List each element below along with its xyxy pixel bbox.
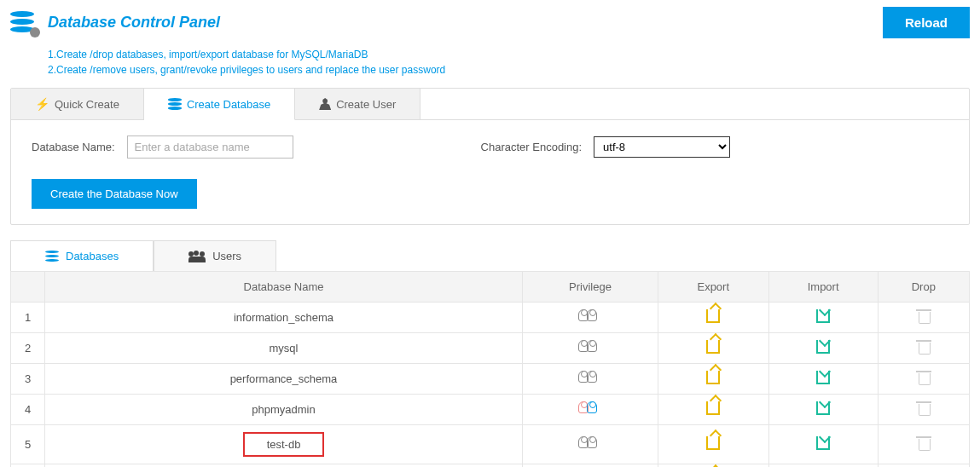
table-row: 2mysql — [11, 333, 970, 364]
import-icon[interactable] — [816, 340, 830, 354]
drop-icon[interactable] — [918, 401, 930, 415]
import-icon[interactable] — [816, 371, 830, 384]
drop-icon[interactable] — [918, 309, 930, 323]
export-icon[interactable] — [706, 401, 720, 415]
tab-quick-create[interactable]: ⚡ Quick Create — [11, 89, 144, 119]
table-row: 1information_schema — [11, 303, 970, 333]
row-index: 2 — [11, 333, 45, 364]
users-icon — [188, 251, 206, 262]
col-import: Import — [768, 272, 878, 303]
database-small-icon — [168, 98, 182, 110]
col-drop: Drop — [878, 272, 969, 303]
table-row: 5test-db — [11, 425, 970, 464]
user-icon — [319, 98, 331, 110]
databases-table: Database Name Privilege Export Import Dr… — [10, 271, 970, 467]
databases-icon — [45, 251, 59, 262]
top-tabs: ⚡ Quick Create Create Database Create Us… — [11, 89, 969, 120]
export-icon[interactable] — [706, 309, 720, 323]
table-row: 4phpmyadmin — [11, 395, 970, 425]
create-panel: ⚡ Quick Create Create Database Create Us… — [10, 88, 970, 225]
import-icon[interactable] — [816, 309, 830, 323]
privilege-icon[interactable] — [578, 436, 602, 450]
reload-button[interactable]: Reload — [883, 7, 970, 38]
description-line-2: 2.Create /remove users, grant/revoke pri… — [48, 62, 980, 78]
db-name-highlighted: test-db — [243, 432, 325, 457]
row-name-cell: phpmyadmin — [45, 395, 523, 425]
tab-users[interactable]: Users — [154, 240, 276, 271]
row-index: 3 — [11, 364, 45, 395]
description: 1.Create /drop databases, import/export … — [0, 45, 980, 88]
privilege-icon[interactable] — [578, 309, 602, 323]
db-name-input[interactable] — [127, 135, 293, 159]
db-name: phpmyadmin — [252, 403, 315, 416]
db-name: performance_schema — [230, 372, 338, 385]
encoding-select[interactable]: utf-8 — [594, 136, 730, 158]
import-icon[interactable] — [816, 436, 830, 450]
col-privilege: Privilege — [523, 272, 658, 303]
row-name-cell: mysql — [45, 333, 523, 364]
db-name-label: Database Name: — [32, 141, 115, 153]
row-index: 4 — [11, 395, 45, 425]
export-icon[interactable] — [706, 371, 720, 384]
row-name-cell: test-db — [45, 425, 523, 464]
encoding-label: Character Encoding: — [481, 141, 583, 153]
tab-create-user-label: Create User — [336, 98, 396, 111]
import-icon[interactable] — [816, 401, 830, 415]
col-index — [11, 272, 45, 303]
row-name-cell: performance_schema — [45, 364, 523, 395]
export-icon[interactable] — [706, 340, 720, 354]
db-name: mysql — [270, 342, 299, 355]
tab-databases-label: Databases — [66, 250, 119, 262]
table-row: 6 — [11, 464, 970, 468]
row-index: 6 — [11, 464, 45, 468]
privilege-icon[interactable] — [578, 371, 602, 384]
db-name: information_schema — [234, 311, 333, 324]
database-icon — [10, 11, 38, 35]
tab-create-database[interactable]: Create Database — [144, 89, 295, 120]
row-index: 5 — [11, 425, 45, 464]
tab-create-database-label: Create Database — [187, 98, 270, 111]
create-database-button[interactable]: Create the Database Now — [32, 179, 197, 209]
privilege-icon[interactable] — [578, 401, 602, 415]
lower-tabs: Databases Users — [10, 240, 970, 271]
table-row: 3performance_schema — [11, 364, 970, 395]
bolt-icon: ⚡ — [35, 97, 49, 111]
privilege-icon[interactable] — [578, 340, 602, 354]
row-name-cell: information_schema — [45, 303, 523, 333]
page-title: Database Control Panel — [48, 14, 220, 32]
drop-icon[interactable] — [918, 371, 930, 384]
col-name: Database Name — [45, 272, 523, 303]
drop-icon[interactable] — [918, 436, 930, 450]
export-icon[interactable] — [706, 436, 720, 450]
row-index: 1 — [11, 303, 45, 333]
tab-create-user[interactable]: Create User — [295, 89, 420, 119]
description-line-1: 1.Create /drop databases, import/export … — [48, 47, 980, 62]
tab-databases[interactable]: Databases — [10, 240, 154, 271]
tab-quick-create-label: Quick Create — [55, 98, 119, 111]
drop-icon[interactable] — [918, 340, 930, 354]
col-export: Export — [658, 272, 768, 303]
tab-users-label: Users — [212, 250, 241, 262]
row-name-cell — [45, 464, 523, 468]
